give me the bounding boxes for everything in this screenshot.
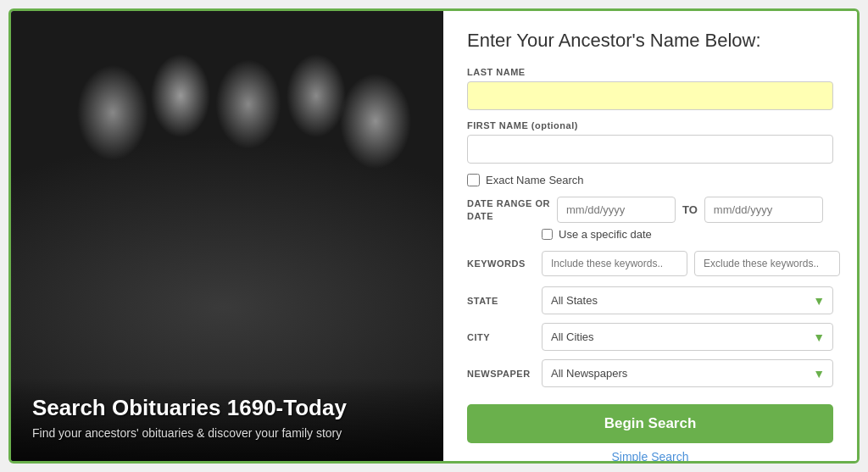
main-container: Search Obituaries 1690-Today Find your a… <box>8 8 860 464</box>
last-name-input[interactable] <box>467 81 833 110</box>
state-label: STATE <box>467 296 535 306</box>
specific-date-row: Use a specific date <box>542 228 833 241</box>
city-select[interactable]: All Cities <box>542 323 833 351</box>
first-name-input[interactable] <box>467 135 833 164</box>
form-heading: Enter Your Ancestor's Name Below: <box>467 30 833 52</box>
exact-name-row: Exact Name Search <box>467 174 833 186</box>
photo-panel: Search Obituaries 1690-Today Find your a… <box>11 11 443 461</box>
newspaper-label: NEWSPAPER <box>467 369 535 379</box>
state-row: STATE All States Alabama Alaska Arizona … <box>467 286 833 314</box>
last-name-group: LAST NAME <box>467 67 833 110</box>
newspaper-row: NEWSPAPER All Newspapers ▼ <box>467 359 833 387</box>
date-range-row: DATE RANGE ORDATE TO <box>467 197 833 223</box>
photo-subtitle: Find your ancestors' obituaries & discov… <box>32 426 422 440</box>
keywords-label: KEYWORDS <box>467 258 535 269</box>
to-label: TO <box>682 203 698 216</box>
keywords-exclude-input[interactable] <box>694 251 840 276</box>
first-name-group: FIRST NAME (optional) <box>467 120 833 164</box>
state-select-wrapper: All States Alabama Alaska Arizona Arkans… <box>542 286 833 314</box>
newspaper-select[interactable]: All Newspapers <box>542 359 833 387</box>
date-from-input[interactable] <box>557 197 676 223</box>
specific-date-label: Use a specific date <box>559 228 652 241</box>
city-row: CITY All Cities ▼ <box>467 323 833 351</box>
simple-search-link[interactable]: Simple Search <box>467 450 833 461</box>
form-panel: Enter Your Ancestor's Name Below: LAST N… <box>443 11 857 461</box>
date-to-input[interactable] <box>704 197 823 223</box>
date-range-label: DATE RANGE ORDATE <box>467 197 550 222</box>
city-label: CITY <box>467 332 535 342</box>
keywords-row: KEYWORDS <box>467 251 833 276</box>
first-name-label: FIRST NAME (optional) <box>467 120 833 130</box>
last-name-label: LAST NAME <box>467 67 833 77</box>
city-select-wrapper: All Cities ▼ <box>542 323 833 351</box>
state-select[interactable]: All States Alabama Alaska Arizona Arkans… <box>542 286 833 314</box>
newspaper-select-wrapper: All Newspapers ▼ <box>542 359 833 387</box>
begin-search-button[interactable]: Begin Search <box>467 404 833 443</box>
exact-name-label: Exact Name Search <box>486 174 584 186</box>
photo-title: Search Obituaries 1690-Today <box>32 395 422 421</box>
exact-name-checkbox[interactable] <box>467 174 480 186</box>
keywords-include-input[interactable] <box>542 251 687 276</box>
photo-overlay: Search Obituaries 1690-Today Find your a… <box>11 378 443 461</box>
specific-date-checkbox[interactable] <box>542 229 553 240</box>
